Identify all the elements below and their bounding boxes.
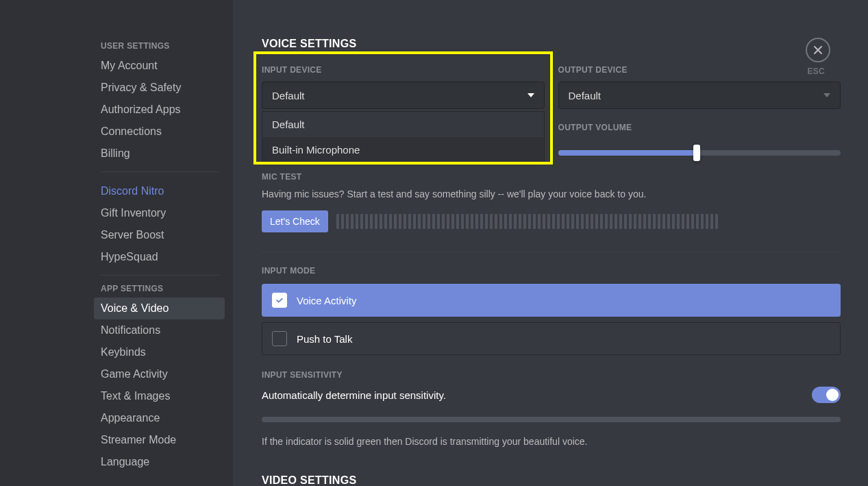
sidebar-item-discord-nitro[interactable]: Discord Nitro <box>94 180 225 202</box>
video-settings-title: VIDEO SETTINGS <box>262 474 841 486</box>
sensitivity-toggle[interactable] <box>812 387 841 403</box>
sidebar-item-connections[interactable]: Connections <box>94 121 225 143</box>
content-pane: ESC VOICE SETTINGS INPUT DEVICE Default … <box>233 0 868 486</box>
chevron-down-icon <box>823 93 830 97</box>
mode-voice-activity[interactable]: Voice Activity <box>262 284 841 317</box>
output-device-value: Default <box>569 90 602 101</box>
settings-sidebar: USER SETTINGS My Account Privacy & Safet… <box>0 0 233 486</box>
sidebar-divider <box>101 275 219 276</box>
sidebar-item-game-activity[interactable]: Game Activity <box>94 363 225 385</box>
output-volume-label: OUTPUT VOLUME <box>558 123 841 132</box>
checkmark-icon <box>275 296 284 304</box>
input-device-option-default[interactable]: Default <box>262 112 544 137</box>
input-device-column: INPUT DEVICE Default Default Built-in Mi… <box>262 65 545 109</box>
sensitivity-note: If the indicator is solid green then Dis… <box>262 436 841 447</box>
close-icon <box>813 45 823 56</box>
mic-test-help: Having mic issues? Start a test and say … <box>262 189 841 199</box>
section-divider <box>262 252 841 252</box>
mic-test-label: MIC TEST <box>262 172 841 182</box>
input-device-value: Default <box>272 90 305 101</box>
mode-push-to-talk-label: Push to Talk <box>297 333 352 345</box>
sensitivity-meter <box>262 417 841 422</box>
sidebar-header-app: APP SETTINGS <box>101 284 219 293</box>
lets-check-button[interactable]: Let's Check <box>262 210 328 232</box>
sensitivity-auto-text: Automatically determine input sensitivit… <box>262 389 446 401</box>
chevron-down-icon <box>528 93 534 97</box>
sidebar-item-hypesquad[interactable]: HypeSquad <box>94 246 225 268</box>
sidebar-divider <box>101 171 219 172</box>
mode-push-to-talk[interactable]: Push to Talk <box>262 322 841 355</box>
input-mode-section: INPUT MODE Voice Activity Push to Talk <box>262 266 841 355</box>
mic-level-meter <box>336 214 841 229</box>
mode-voice-activity-label: Voice Activity <box>297 295 357 306</box>
sidebar-item-appearance[interactable]: Appearance <box>94 407 225 429</box>
close-settings-button[interactable] <box>806 38 830 62</box>
sidebar-header-user: USER SETTINGS <box>101 41 219 51</box>
input-device-label: INPUT DEVICE <box>262 65 545 75</box>
output-volume-slider[interactable] <box>558 139 841 167</box>
device-row: INPUT DEVICE Default Default Built-in Mi… <box>262 65 841 109</box>
sidebar-item-privacy-safety[interactable]: Privacy & Safety <box>94 77 225 99</box>
sidebar-item-streamer-mode[interactable]: Streamer Mode <box>94 429 225 451</box>
sidebar-item-keybinds[interactable]: Keybinds <box>94 341 225 363</box>
sidebar-item-authorized-apps[interactable]: Authorized Apps <box>94 99 225 121</box>
checkbox-icon <box>272 331 287 346</box>
sidebar-item-notifications[interactable]: Notifications <box>94 319 225 341</box>
input-device-select[interactable]: Default <box>262 82 545 109</box>
mic-test-section: MIC TEST Having mic issues? Start a test… <box>262 172 841 232</box>
sidebar-item-my-account[interactable]: My Account <box>94 55 225 77</box>
output-device-select[interactable]: Default <box>558 82 841 109</box>
input-mode-label: INPUT MODE <box>262 266 841 276</box>
checkbox-icon <box>272 293 287 308</box>
sidebar-item-language[interactable]: Language <box>94 451 225 473</box>
sidebar-item-text-images[interactable]: Text & Images <box>94 385 225 407</box>
output-device-column: OUTPUT DEVICE Default <box>558 65 841 109</box>
output-volume-column: OUTPUT VOLUME <box>558 123 841 167</box>
output-device-label: OUTPUT DEVICE <box>558 65 841 75</box>
input-device-option-builtin-mic[interactable]: Built-in Microphone <box>262 137 544 162</box>
toggle-knob-icon <box>826 389 839 401</box>
input-device-dropdown: Default Built-in Microphone <box>262 111 545 163</box>
sidebar-item-voice-video[interactable]: Voice & Video <box>94 297 225 319</box>
sidebar-item-gift-inventory[interactable]: Gift Inventory <box>94 202 225 224</box>
page-title: VOICE SETTINGS <box>262 38 841 50</box>
sensitivity-label: INPUT SENSITIVITY <box>262 370 841 380</box>
sensitivity-section: INPUT SENSITIVITY Automatically determin… <box>262 370 841 447</box>
sidebar-item-server-boost[interactable]: Server Boost <box>94 224 225 246</box>
sidebar-item-billing[interactable]: Billing <box>94 143 225 165</box>
